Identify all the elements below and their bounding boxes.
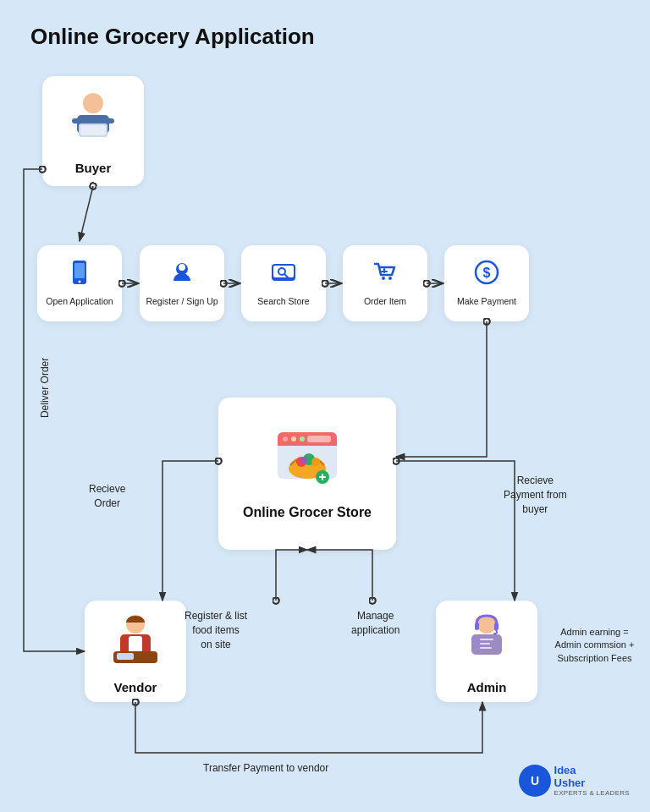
page-title: Online Grocery Application [30,24,315,50]
svg-line-53 [80,186,93,241]
receive-order-label: RecieveOrder [89,482,125,511]
buyer-icon [63,88,123,157]
svg-rect-40 [129,636,142,653]
buyer-box: Buyer [42,76,144,186]
svg-point-34 [300,457,307,464]
step-payment: $ Make Payment [444,245,529,321]
cart-icon [372,259,399,292]
manage-label: Manageapplication [351,609,399,638]
step4-label: Order Item [364,296,406,308]
step-register: Register / Sign Up [140,245,224,321]
svg-rect-42 [117,653,134,660]
step2-label: Register / Sign Up [146,296,218,308]
svg-rect-14 [273,266,294,277]
svg-point-28 [300,436,305,442]
register-label: Register & listfood itemson site [185,609,247,651]
svg-rect-5 [102,118,114,123]
step3-label: Search Store [257,296,309,308]
svg-rect-4 [72,118,84,123]
svg-point-33 [311,458,320,466]
svg-rect-37 [322,474,323,480]
svg-rect-44 [475,623,479,630]
svg-rect-47 [480,639,493,640]
deliver-order-label: Deliver Order [38,349,52,425]
logo: U IdeaUsher EXPERTS & LEADERS [519,764,630,797]
logo-name: IdeaUsher [554,764,630,789]
svg-rect-20 [381,271,388,272]
svg-point-27 [291,436,296,442]
store-box: Online Grocer Store [218,398,396,550]
register-icon [168,259,196,292]
svg-rect-12 [189,272,190,277]
store-icon [273,428,341,500]
logo-tagline: EXPERTS & LEADERS [554,789,630,797]
admin-earning-label: Admin earning =Admin commsion +Subscript… [546,626,643,665]
vendor-label: Vendor [114,680,157,694]
svg-rect-29 [307,436,331,442]
svg-rect-7 [74,263,85,278]
svg-point-17 [382,277,385,280]
svg-text:U: U [531,774,539,787]
svg-point-18 [388,277,392,280]
svg-point-8 [79,281,81,283]
diagram-container: Online Grocery Application Buyer [0,0,650,812]
step5-label: Make Payment [457,296,516,308]
mobile-icon [66,259,93,292]
svg-point-10 [179,264,185,271]
search-store-icon [270,259,297,292]
step-order: Order Item [343,245,427,321]
step-search: Search Store [241,245,326,321]
vendor-box: Vendor [85,601,186,702]
vendor-icon [107,609,164,677]
svg-point-0 [83,93,103,113]
svg-rect-49 [480,647,492,649]
svg-text:$: $ [483,266,491,280]
admin-icon [458,609,515,677]
svg-rect-3 [80,125,106,135]
svg-rect-48 [480,643,490,645]
buyer-label: Buyer [75,161,112,175]
step1-label: Open Application [46,296,113,308]
receive-payment-label: RecievePayment frombuyer [504,474,567,516]
payment-icon: $ [473,259,500,292]
step-open-application: Open Application [37,245,122,321]
transfer-payment-label: Transfer Payment to vendor [203,761,328,776]
store-label: Online Grocer Store [243,505,372,520]
svg-point-26 [283,436,288,442]
admin-label: Admin [467,680,507,694]
admin-box: Admin [436,601,537,702]
